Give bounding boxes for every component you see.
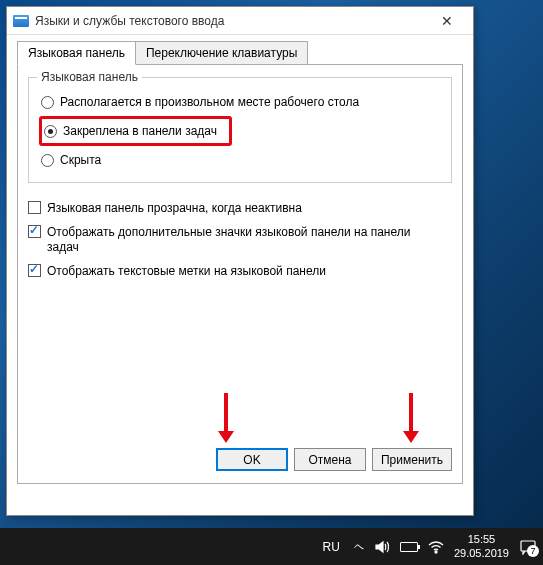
apply-button[interactable]: Применить — [372, 448, 452, 471]
tray-overflow-icon[interactable]: ヘ — [354, 540, 364, 554]
language-bar-group: Языковая панель Располагается в произвол… — [28, 77, 452, 183]
checkbox-label: Отображать дополнительные значки языково… — [47, 225, 427, 256]
clock[interactable]: 15:55 29.05.2019 — [454, 533, 509, 559]
radio-icon — [44, 125, 57, 138]
dialog-buttons: OK Отмена Применить — [216, 448, 452, 471]
ok-button[interactable]: OK — [216, 448, 288, 471]
close-icon: ✕ — [441, 13, 453, 29]
button-label: OK — [243, 453, 260, 467]
radio-label: Располагается в произвольном месте рабоч… — [60, 95, 359, 109]
tab-label: Языковая панель — [28, 46, 125, 60]
radio-icon — [41, 154, 54, 167]
radio-label: Скрыта — [60, 153, 101, 167]
app-icon — [13, 15, 29, 27]
notification-badge: 7 — [527, 545, 539, 557]
radio-icon — [41, 96, 54, 109]
date-text: 29.05.2019 — [454, 547, 509, 560]
dialog-title: Языки и службы текстового ввода — [35, 14, 427, 28]
checkbox-icon — [28, 264, 41, 277]
time-text: 15:55 — [454, 533, 509, 546]
button-label: Применить — [381, 453, 443, 467]
highlight-box: Закреплена в панели задач — [39, 116, 232, 146]
checkbox-label: Отображать текстовые метки на языковой п… — [47, 264, 326, 280]
tab-label: Переключение клавиатуры — [146, 46, 297, 60]
volume-icon[interactable] — [374, 539, 390, 555]
battery-icon[interactable] — [400, 542, 418, 552]
annotation-arrow-apply — [409, 393, 413, 433]
checkbox-transparent[interactable]: Языковая панель прозрачна, когда неактив… — [28, 197, 452, 221]
checkbox-label: Языковая панель прозрачна, когда неактив… — [47, 201, 302, 217]
checkbox-icon — [28, 201, 41, 214]
tab-keyboard-switch[interactable]: Переключение клавиатуры — [135, 41, 308, 65]
radio-docked[interactable]: Закреплена в панели задач — [42, 121, 219, 141]
radio-float[interactable]: Располагается в произвольном месте рабоч… — [39, 90, 441, 114]
dialog-window: Языки и службы текстового ввода ✕ Языков… — [6, 6, 474, 516]
radio-label: Закреплена в панели задач — [63, 124, 217, 138]
wifi-icon[interactable] — [428, 539, 444, 555]
system-tray: RU ヘ 15:55 29.05.2019 7 — [319, 533, 537, 559]
tab-strip: Языковая панель Переключение клавиатуры — [7, 35, 473, 65]
tab-language-bar[interactable]: Языковая панель — [17, 41, 136, 65]
annotation-arrow-ok — [224, 393, 228, 433]
checkbox-icon — [28, 225, 41, 238]
tab-panel: Языковая панель Располагается в произвол… — [17, 64, 463, 484]
notifications-icon[interactable]: 7 — [519, 539, 537, 555]
language-indicator[interactable]: RU — [319, 540, 344, 554]
radio-hidden[interactable]: Скрыта — [39, 148, 441, 172]
button-label: Отмена — [308, 453, 351, 467]
svg-point-0 — [435, 551, 437, 553]
group-title: Языковая панель — [37, 70, 142, 84]
checkbox-extra-icons[interactable]: Отображать дополнительные значки языково… — [28, 221, 452, 260]
taskbar: RU ヘ 15:55 29.05.2019 7 — [0, 528, 543, 565]
titlebar: Языки и службы текстового ввода ✕ — [7, 7, 473, 35]
cancel-button[interactable]: Отмена — [294, 448, 366, 471]
close-button[interactable]: ✕ — [427, 9, 467, 33]
checkbox-text-labels[interactable]: Отображать текстовые метки на языковой п… — [28, 260, 452, 284]
